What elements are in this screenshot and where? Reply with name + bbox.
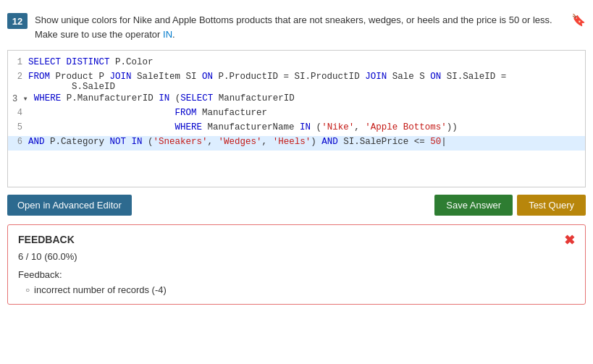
line-num-3: 3 ▾	[8, 93, 34, 104]
code-lines: 1 SELECT DISTINCT P.Color 2 FROM Product…	[8, 51, 585, 156]
toolbar: Open in Advanced Editor Save Answer Test…	[7, 195, 586, 216]
line-content-2: FROM Product P JOIN SaleItem SI ON P.Pro…	[28, 72, 585, 92]
line-content-5: WHERE ManufacturerName IN ('Nike', 'Appl…	[28, 122, 585, 132]
code-line-4: 4 FROM Manufacturer	[8, 107, 585, 122]
code-line-5: 5 WHERE ManufacturerName IN ('Nike', 'Ap…	[8, 122, 585, 136]
code-editor[interactable]: 1 SELECT DISTINCT P.Color 2 FROM Product…	[7, 50, 586, 187]
line-content-6: AND P.Category NOT IN ('Sneakers', 'Wedg…	[28, 137, 585, 147]
question-number: 12	[7, 13, 28, 29]
feedback-close-button[interactable]: ✖	[564, 234, 575, 247]
test-query-button[interactable]: Test Query	[517, 195, 586, 216]
feedback-header: FEEDBACK	[18, 234, 575, 245]
line-num-5: 5	[8, 122, 28, 132]
question-block: 12 Show unique colors for Nike and Apple…	[7, 7, 586, 50]
line-content-1: SELECT DISTINCT P.Color	[28, 57, 585, 67]
line-num-6: 6	[8, 137, 28, 147]
bookmark-icon: 🔖	[571, 13, 586, 27]
code-line-6: 6 AND P.Category NOT IN ('Sneakers', 'We…	[8, 136, 585, 151]
feedback-box: FEEDBACK 6 / 10 (60.0%) ✖ Feedback: inco…	[7, 224, 586, 305]
feedback-item-1: incorrect number of records (-4)	[25, 284, 575, 295]
operator-highlight: IN	[163, 29, 172, 40]
code-line-1: 1 SELECT DISTINCT P.Color	[8, 56, 585, 71]
code-line-3: 3 ▾ WHERE P.ManufacturerID IN (SELECT Ma…	[8, 93, 585, 107]
save-answer-button[interactable]: Save Answer	[434, 195, 513, 216]
line-num-1: 1	[8, 57, 28, 67]
feedback-score: 6 / 10 (60.0%)	[18, 251, 575, 262]
line-content-3: WHERE P.ManufacturerID IN (SELECT Manufa…	[34, 93, 585, 103]
line-content-4: FROM Manufacturer	[28, 108, 585, 118]
line-num-2: 2	[8, 72, 28, 82]
code-line-2: 2 FROM Product P JOIN SaleItem SI ON P.P…	[8, 71, 585, 93]
feedback-label: Feedback:	[18, 269, 575, 280]
right-buttons: Save Answer Test Query	[434, 195, 586, 216]
feedback-items: incorrect number of records (-4)	[18, 284, 575, 295]
open-advanced-editor-button[interactable]: Open in Advanced Editor	[7, 195, 132, 216]
line-num-4: 4	[8, 108, 28, 118]
question-text: Show unique colors for Nike and Apple Bo…	[35, 13, 564, 41]
